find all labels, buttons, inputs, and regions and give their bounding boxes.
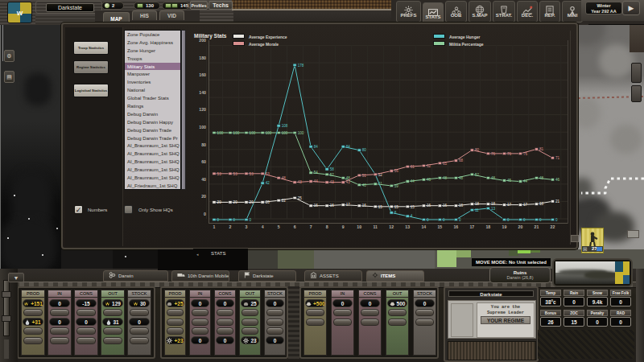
svg-text:3: 3 bbox=[246, 224, 248, 229]
svg-text:0: 0 bbox=[555, 218, 558, 222]
svg-text:100: 100 bbox=[250, 131, 256, 135]
svg-text:45: 45 bbox=[507, 179, 512, 183]
svg-text:54: 54 bbox=[314, 171, 319, 175]
svg-text:46: 46 bbox=[427, 178, 431, 182]
svg-text:22: 22 bbox=[282, 199, 287, 203]
svg-text:15: 15 bbox=[394, 205, 399, 209]
svg-text:140: 140 bbox=[199, 90, 206, 95]
svg-text:100: 100 bbox=[298, 131, 304, 135]
svg-text:44: 44 bbox=[411, 179, 415, 183]
svg-text:180: 180 bbox=[199, 56, 206, 60]
svg-text:52: 52 bbox=[378, 173, 383, 177]
svg-text:100: 100 bbox=[266, 131, 272, 135]
svg-text:15: 15 bbox=[411, 205, 415, 209]
svg-text:48: 48 bbox=[491, 176, 496, 180]
svg-text:56: 56 bbox=[394, 169, 399, 173]
svg-text:60: 60 bbox=[201, 159, 206, 164]
svg-text:178: 178 bbox=[298, 64, 304, 68]
svg-text:48: 48 bbox=[443, 176, 448, 180]
svg-text:8: 8 bbox=[394, 211, 397, 215]
svg-text:80: 80 bbox=[475, 148, 480, 152]
svg-text:160: 160 bbox=[199, 72, 206, 77]
svg-text:17: 17 bbox=[469, 224, 474, 229]
svg-text:200: 200 bbox=[199, 38, 206, 43]
svg-text:68: 68 bbox=[459, 158, 464, 162]
svg-text:1: 1 bbox=[213, 224, 216, 229]
svg-text:43: 43 bbox=[346, 180, 351, 184]
svg-text:16: 16 bbox=[362, 204, 367, 208]
svg-text:20: 20 bbox=[201, 194, 206, 199]
svg-text:120: 120 bbox=[199, 107, 206, 112]
svg-text:48: 48 bbox=[539, 176, 544, 180]
svg-text:21: 21 bbox=[555, 200, 560, 204]
svg-text:16: 16 bbox=[459, 204, 464, 208]
svg-text:100: 100 bbox=[282, 131, 288, 135]
svg-text:0: 0 bbox=[204, 212, 206, 216]
svg-text:4: 4 bbox=[262, 224, 264, 229]
svg-text:16: 16 bbox=[330, 204, 335, 208]
svg-text:9: 9 bbox=[342, 224, 345, 229]
svg-text:76: 76 bbox=[523, 152, 528, 156]
svg-text:53: 53 bbox=[217, 172, 222, 176]
svg-text:48: 48 bbox=[459, 176, 464, 180]
svg-text:53: 53 bbox=[250, 172, 254, 176]
svg-text:44: 44 bbox=[523, 179, 528, 183]
svg-text:51: 51 bbox=[362, 174, 367, 178]
svg-text:0: 0 bbox=[217, 218, 220, 222]
svg-text:20: 20 bbox=[233, 200, 238, 204]
svg-text:5: 5 bbox=[278, 224, 280, 229]
svg-text:0: 0 bbox=[250, 218, 252, 222]
svg-text:100: 100 bbox=[199, 125, 206, 130]
svg-text:0: 0 bbox=[539, 218, 542, 222]
svg-text:0: 0 bbox=[427, 218, 429, 222]
svg-text:13: 13 bbox=[491, 207, 496, 211]
svg-text:65: 65 bbox=[443, 162, 448, 166]
svg-text:100: 100 bbox=[233, 131, 240, 135]
svg-text:20: 20 bbox=[518, 224, 523, 229]
svg-text:61: 61 bbox=[411, 165, 415, 169]
svg-text:11: 11 bbox=[373, 224, 378, 229]
svg-text:21: 21 bbox=[535, 224, 539, 229]
svg-text:52: 52 bbox=[475, 173, 480, 177]
svg-text:0: 0 bbox=[443, 218, 445, 222]
svg-text:52: 52 bbox=[330, 173, 335, 177]
svg-text:80: 80 bbox=[201, 142, 206, 147]
svg-text:22: 22 bbox=[551, 224, 555, 229]
svg-text:39: 39 bbox=[394, 184, 399, 188]
svg-text:11: 11 bbox=[475, 208, 479, 212]
svg-text:71: 71 bbox=[555, 156, 560, 160]
svg-text:108: 108 bbox=[282, 124, 288, 128]
svg-text:0: 0 bbox=[459, 218, 461, 222]
svg-text:16: 16 bbox=[453, 224, 458, 229]
svg-text:16: 16 bbox=[443, 204, 448, 208]
svg-text:18: 18 bbox=[485, 224, 490, 229]
svg-text:20: 20 bbox=[250, 200, 254, 204]
svg-text:0: 0 bbox=[233, 218, 236, 222]
svg-text:58: 58 bbox=[330, 167, 335, 171]
svg-text:84: 84 bbox=[346, 145, 351, 149]
svg-text:42: 42 bbox=[266, 181, 270, 185]
svg-text:17: 17 bbox=[523, 203, 528, 207]
svg-text:2: 2 bbox=[229, 224, 232, 229]
svg-text:15: 15 bbox=[378, 205, 383, 209]
svg-text:46: 46 bbox=[555, 178, 560, 182]
svg-text:18: 18 bbox=[539, 202, 544, 206]
svg-text:16: 16 bbox=[314, 204, 319, 208]
svg-text:25: 25 bbox=[298, 196, 303, 200]
svg-text:43: 43 bbox=[298, 180, 303, 184]
svg-text:76: 76 bbox=[491, 152, 496, 156]
svg-text:16: 16 bbox=[427, 204, 431, 208]
svg-text:44: 44 bbox=[314, 179, 319, 183]
svg-text:40: 40 bbox=[201, 177, 206, 182]
svg-text:20: 20 bbox=[266, 200, 270, 204]
svg-text:84: 84 bbox=[314, 145, 319, 149]
svg-text:13: 13 bbox=[405, 224, 410, 229]
svg-text:17: 17 bbox=[346, 203, 351, 207]
svg-text:10: 10 bbox=[357, 224, 361, 229]
svg-text:18: 18 bbox=[475, 202, 480, 206]
svg-text:100: 100 bbox=[217, 131, 224, 135]
svg-text:53: 53 bbox=[266, 172, 270, 176]
svg-text:15: 15 bbox=[437, 224, 442, 229]
svg-text:20: 20 bbox=[217, 200, 222, 204]
svg-text:62: 62 bbox=[427, 164, 431, 168]
